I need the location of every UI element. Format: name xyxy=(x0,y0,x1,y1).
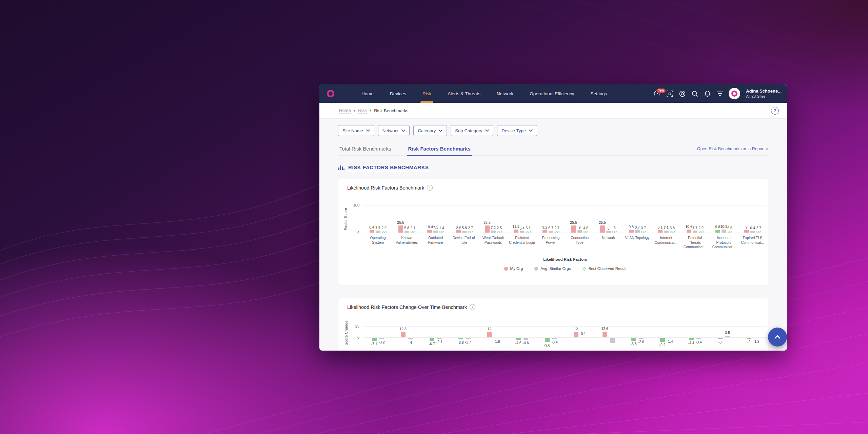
gridline xyxy=(363,326,767,327)
breadcrumb-item[interactable]: Risk xyxy=(358,108,367,114)
change-over-time-chart: 025Score Change-7.112.3-6.7-3.812-4.6-9.… xyxy=(338,298,768,351)
bar-avg-similar-orgs xyxy=(462,231,467,233)
bar-my-org xyxy=(487,332,492,337)
bar-value-label: 3.8 xyxy=(666,226,678,230)
scroll-to-top-button[interactable] xyxy=(768,328,787,347)
help-icon[interactable]: ? xyxy=(771,107,779,115)
category-label: Network xyxy=(595,236,622,240)
scan-icon[interactable] xyxy=(666,90,673,97)
y-axis-title: Score Change xyxy=(344,320,348,346)
nav-item-network[interactable]: Network xyxy=(489,84,522,103)
bar-value-label: -2.6 xyxy=(635,340,647,344)
bar-my-org xyxy=(629,230,634,233)
bar-value-label: 12 xyxy=(570,327,582,331)
bar-avg-similar-orgs xyxy=(606,231,611,233)
bar-avg-similar-orgs xyxy=(552,338,557,339)
legend-item[interactable]: My Org xyxy=(504,267,523,271)
filter-network[interactable]: Network xyxy=(378,125,410,136)
category-label: Weak/Default Passwords xyxy=(480,236,506,245)
filter-category[interactable]: Category xyxy=(413,125,447,136)
bar-my-org xyxy=(689,338,694,340)
nav-item-operational-efficiency[interactable]: Operational Efficiency xyxy=(521,84,582,103)
chevron-down-icon xyxy=(485,130,489,132)
bar-value-label: 2.7 xyxy=(753,226,765,230)
bar-value-label: 25.5 xyxy=(395,220,407,224)
filter-site-name[interactable]: Site Name xyxy=(338,125,374,136)
bar-my-org xyxy=(427,230,432,233)
open-report-link[interactable]: Open Risk Benchmarks as a Report > xyxy=(697,146,768,155)
breadcrumb-separator: / xyxy=(370,108,371,113)
bar-value-label: 3.7 xyxy=(637,226,650,230)
filter-label: Category xyxy=(418,128,436,133)
risk-gauge-icon[interactable]: 79% xyxy=(653,90,661,97)
legend-item[interactable]: Best Observed Result xyxy=(583,267,627,271)
x-axis-title: Likelihood Risk Factors xyxy=(363,257,767,261)
target-icon[interactable] xyxy=(678,90,686,97)
legend-swatch xyxy=(534,267,538,271)
bar-value-label: 2.9 xyxy=(695,226,707,230)
nav-item-devices[interactable]: Devices xyxy=(382,84,414,103)
section-title[interactable]: RISK FACTORS BENCHMARKS xyxy=(348,164,429,171)
bar-value-label: 3.5 xyxy=(722,331,734,335)
nav-item-home[interactable]: Home xyxy=(353,84,382,103)
bar-avg-similar-orgs xyxy=(491,231,496,233)
legend-label: Best Observed Result xyxy=(589,267,627,271)
user-avatar[interactable] xyxy=(729,88,740,99)
breadcrumb: Home/Risk/Risk Benchmarks xyxy=(339,108,408,114)
bar-avg-similar-orgs xyxy=(433,231,438,233)
bar-best-observed-result xyxy=(641,231,646,233)
legend-swatch xyxy=(583,267,586,271)
tab-total-risk-benchmarks[interactable]: Total Risk Benchmarks xyxy=(338,143,393,155)
brand-logo-icon[interactable] xyxy=(327,90,334,97)
user-info[interactable]: Adina Schoene... All 28 Sites xyxy=(746,88,782,99)
bar-avg-similar-orgs xyxy=(437,338,442,339)
bar-my-org xyxy=(715,230,720,233)
bar-avg-similar-orgs xyxy=(577,230,582,233)
y-tick-label: 100 xyxy=(346,203,359,207)
bar-my-org xyxy=(603,332,607,337)
bar-best-observed-result xyxy=(699,231,704,233)
filter-label: Device Type xyxy=(501,128,526,133)
bar-value-label: -3.2 xyxy=(376,340,388,344)
bar-avg-similar-orgs xyxy=(664,231,669,233)
bar-my-org xyxy=(401,332,406,337)
category-label: Insecure Protocols Communicat... xyxy=(711,236,737,250)
chevron-down-icon xyxy=(529,130,533,132)
bar-avg-similar-orgs xyxy=(405,231,409,233)
avatar-logo-icon xyxy=(731,91,737,97)
tabs: Total Risk BenchmarksRisk Factors Benchm… xyxy=(338,143,486,155)
filter-device-type[interactable]: Device Type xyxy=(497,125,537,136)
nav-item-risk[interactable]: Risk xyxy=(414,84,439,103)
bar-my-org xyxy=(747,338,751,339)
legend-label: My Org xyxy=(510,267,523,271)
category-label: Internet Communicat... xyxy=(653,236,679,245)
section-heading: RISK FACTORS BENCHMARKS xyxy=(338,164,768,171)
change-over-time-card: Likelihood Risk Factors Change Over Time… xyxy=(338,298,768,351)
filter-sub-category[interactable]: Sub-Category xyxy=(451,125,493,136)
bar-avg-similar-orgs xyxy=(581,337,586,337)
filter-icon[interactable] xyxy=(716,90,724,97)
bell-icon[interactable] xyxy=(704,90,711,97)
tab-risk-factors-benchmarks[interactable]: Risk Factors Benchmarks xyxy=(407,143,472,155)
bar-value-label: -2.1 xyxy=(433,340,446,344)
bar-best-observed-result xyxy=(439,231,444,233)
navbar-actions: 79% xyxy=(653,88,787,99)
category-label: Processing Power xyxy=(538,236,564,245)
bar-avg-similar-orgs xyxy=(379,338,384,339)
main-nav: HomeDevicesRiskAlerts & ThreatsNetworkOp… xyxy=(353,84,615,103)
nav-item-alerts-threats[interactable]: Alerts & Threats xyxy=(439,84,489,103)
legend-item[interactable]: Avg. Similar Orgs xyxy=(534,267,571,271)
bar-value-label: 12.6 xyxy=(599,327,611,331)
breadcrumb-item[interactable]: Home xyxy=(339,108,351,114)
nav-item-settings[interactable]: Settings xyxy=(582,84,615,103)
bar-value-label: 25.5 xyxy=(568,220,580,224)
bar-avg-similar-orgs xyxy=(520,231,525,233)
search-icon[interactable] xyxy=(691,90,698,97)
bar-avg-similar-orgs xyxy=(524,338,528,340)
bar-value-label: -1.8 xyxy=(491,339,503,343)
bar-value-label: -1.4 xyxy=(664,339,676,343)
bar-best-observed-result xyxy=(728,231,732,233)
bar-avg-similar-orgs xyxy=(635,230,640,233)
chevron-down-icon xyxy=(401,130,405,132)
bar-best-observed-result xyxy=(468,231,473,233)
